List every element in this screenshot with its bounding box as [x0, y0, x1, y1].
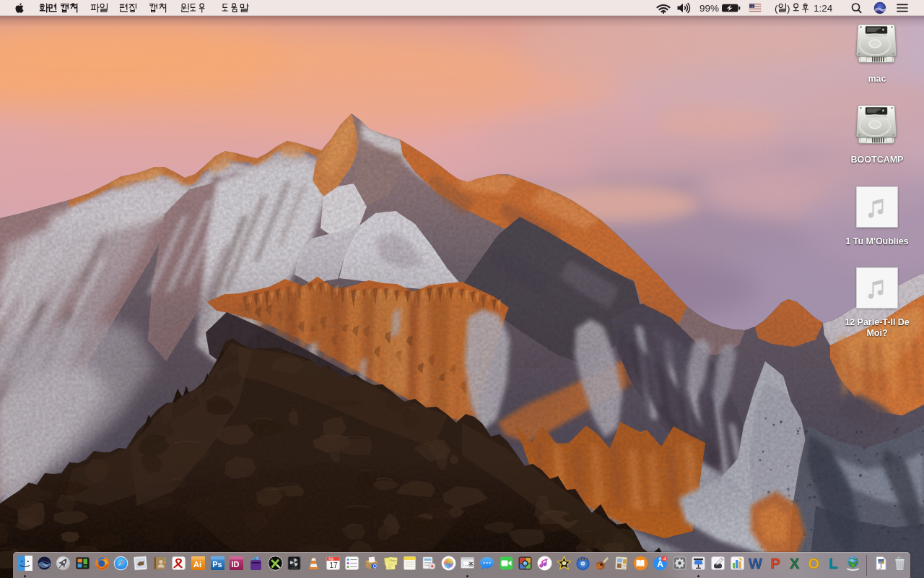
svg-text:Q: Q — [373, 564, 377, 569]
svg-text:1:24: 1:24 — [814, 3, 833, 14]
svg-text:Ai: Ai — [193, 560, 201, 569]
svg-text:4: 4 — [663, 556, 666, 561]
svg-text:zip: zip — [879, 567, 881, 570]
svg-text:O: O — [808, 556, 820, 571]
svg-text:99%: 99% — [699, 3, 719, 14]
svg-text:17: 17 — [329, 561, 338, 569]
svg-text:L: L — [829, 556, 837, 571]
svg-text:ID: ID — [232, 560, 240, 569]
svg-text:): ) — [787, 3, 790, 14]
svg-text:X: X — [790, 556, 800, 571]
svg-text:(: ( — [775, 3, 778, 14]
svg-text:P: P — [770, 556, 780, 571]
svg-text:Mgmt: Mgmt — [390, 559, 396, 562]
svg-text:Ps: Ps — [212, 560, 222, 569]
svg-text:W: W — [749, 556, 762, 571]
